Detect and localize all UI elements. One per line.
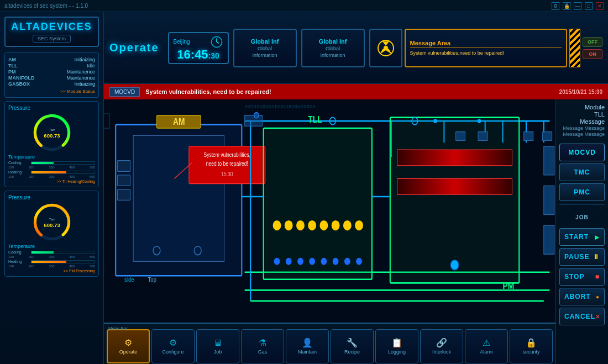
- gauge-footer-2[interactable]: >> PM Processing: [8, 269, 95, 273]
- close-btn[interactable]: ✕: [596, 2, 604, 10]
- svg-text:600.73: 600.73: [44, 133, 60, 139]
- info-panel-2-sub1: Global: [307, 46, 359, 51]
- heating-label-1: Heating: [8, 170, 29, 174]
- diagram-container: 0101010101010101010101010101010: [104, 99, 555, 364]
- menu-item-configure[interactable]: ⚙ Configure: [151, 329, 195, 363]
- abort-button[interactable]: ABORT ●: [559, 288, 605, 305]
- off-button[interactable]: OFF: [583, 37, 602, 47]
- cooling-label-1: Cooling: [8, 161, 29, 165]
- svg-text:Top: Top: [148, 276, 156, 283]
- svg-point-47: [296, 220, 305, 230]
- pmc-button[interactable]: PMC: [559, 183, 605, 201]
- configure-icon: ⚙: [169, 337, 177, 348]
- svg-point-54: [286, 258, 292, 265]
- menu-item-gas[interactable]: ⚗ Gas: [241, 329, 284, 363]
- svg-rect-13: [104, 99, 555, 323]
- radiation-panel: [369, 29, 402, 67]
- gauge-footer-1[interactable]: >> TIl Heating/Cooling: [8, 180, 95, 183]
- cooling-row-2: Cooling: [8, 250, 95, 254]
- center-right-area: Operate Beijing 16:45:30 Global Inf: [104, 12, 608, 364]
- menu-item-alarm[interactable]: ⚠ Alarm: [465, 329, 508, 363]
- pause-icon: ⏸: [593, 253, 600, 261]
- operate-icon: ⚙: [124, 337, 132, 348]
- stop-label: STOP: [564, 273, 584, 281]
- maximize-btn[interactable]: □: [585, 2, 593, 10]
- pressure-title-2: Pressure: [8, 194, 95, 201]
- title-bar-text: altadevices of sec system - - 1.1.0: [4, 3, 88, 9]
- svg-text:Tarr: Tarr: [49, 217, 55, 221]
- module-row-pm: PM Maintanence: [8, 69, 95, 75]
- menu-item-recipe[interactable]: 🔧 Recipe: [331, 329, 374, 363]
- svg-point-48: [308, 220, 316, 230]
- lock-btn[interactable]: 🔒: [563, 2, 570, 10]
- info-panel-2-sub2: Information: [307, 52, 359, 58]
- tmc-button[interactable]: TMC: [559, 163, 605, 181]
- left-sidebar: ALTADEVICES SEC System AM Initiaizing TL…: [0, 12, 104, 364]
- svg-rect-42: [117, 189, 130, 201]
- svg-text:600.73: 600.73: [44, 222, 60, 228]
- logo-subtitle: SEC System: [33, 35, 71, 43]
- job-label-btn: JOB: [559, 208, 605, 226]
- menu-item-maintain[interactable]: 👤 Maintain: [286, 329, 329, 363]
- mocvd-button[interactable]: MOCVD: [559, 144, 605, 161]
- svg-text:need to be repaired!: need to be repaired!: [206, 160, 248, 167]
- menu-item-interlock[interactable]: 🔗 Interlock: [420, 329, 463, 363]
- svg-point-57: [321, 258, 327, 265]
- right-message-1: Message Message: [563, 125, 605, 131]
- svg-rect-80: [544, 225, 554, 254]
- minimize-btn[interactable]: —: [574, 2, 581, 10]
- svg-text:Tarr: Tarr: [49, 128, 55, 131]
- svg-rect-76: [524, 132, 533, 141]
- time-hours: 16:45: [177, 48, 208, 61]
- background-pipes: 0101010101010101010101010101010: [104, 99, 555, 323]
- cooling-ticks-1: 100200300400500: [8, 166, 95, 169]
- svg-rect-63: [397, 150, 512, 166]
- pause-button[interactable]: PAUSE ⏸: [559, 248, 605, 266]
- divider-1: [559, 204, 605, 205]
- radiation-icon: [377, 39, 395, 57]
- module-name-am: AM: [8, 57, 16, 62]
- start-button[interactable]: START ▶: [559, 228, 605, 246]
- info-panel-1[interactable]: Global Inf Global Information: [233, 29, 297, 67]
- on-button[interactable]: ON: [583, 49, 602, 59]
- heating-label-2: Heating: [8, 260, 29, 263]
- svg-point-70: [330, 118, 336, 125]
- menu-item-job[interactable]: 🖥 Job: [196, 329, 239, 363]
- cooling-ticks-2: 100200300400500: [8, 255, 95, 259]
- info-panel-1-sub2: Information: [239, 52, 291, 58]
- module-name-gasbox: GASBOX: [8, 81, 30, 87]
- info-panel-2-title: Global Inf: [307, 38, 359, 45]
- cooling-bar-1: [31, 161, 95, 165]
- module-value-am: Initiaizing: [74, 57, 95, 62]
- temp-bars-2: Temperaure Cooling 100200300400500 Heati…: [8, 244, 95, 268]
- svg-rect-79: [544, 186, 554, 214]
- svg-text:PM: PM: [503, 280, 515, 291]
- module-status-link[interactable]: >> Module Status: [8, 89, 95, 94]
- svg-text:AM: AM: [173, 116, 185, 126]
- svg-point-45: [273, 220, 281, 230]
- menu-item-logging[interactable]: 📋 Logging: [375, 329, 418, 363]
- svg-point-71: [412, 118, 418, 125]
- right-tll-title: TLL: [594, 111, 605, 118]
- heating-row-2: Heating: [8, 260, 95, 263]
- svg-rect-74: [456, 132, 465, 141]
- info-panel-2[interactable]: Global Inf Global Information: [301, 29, 365, 67]
- svg-rect-41: [117, 175, 130, 186]
- menu-item-operate[interactable]: ⚙ Operate: [107, 329, 150, 363]
- interlock-label: Interlock: [432, 349, 451, 355]
- right-sidebar: Module TLL Message Message Message Messa…: [555, 99, 608, 364]
- abort-icon: ●: [596, 294, 600, 300]
- settings-btn[interactable]: ⚙: [552, 2, 559, 10]
- start-label: START: [564, 233, 589, 241]
- module-row-gasbox: GASBOX Initiaizing: [8, 81, 95, 87]
- temp-bars-1: Temperaure Cooling 100200300400500 Heati…: [8, 154, 95, 178]
- svg-rect-75: [478, 132, 488, 141]
- stop-button[interactable]: STOP ■: [559, 268, 605, 286]
- svg-point-36: [153, 246, 160, 255]
- menu-item-security[interactable]: 🔒 security: [510, 329, 553, 363]
- maintain-icon: 👤: [302, 337, 313, 348]
- time-display: 16:45:30: [174, 49, 223, 61]
- cancel-button[interactable]: CANCEL ✕: [559, 308, 605, 325]
- message-section: Message Area System vulnerabilities,need…: [369, 29, 602, 67]
- module-value-tll: Idle: [87, 63, 95, 68]
